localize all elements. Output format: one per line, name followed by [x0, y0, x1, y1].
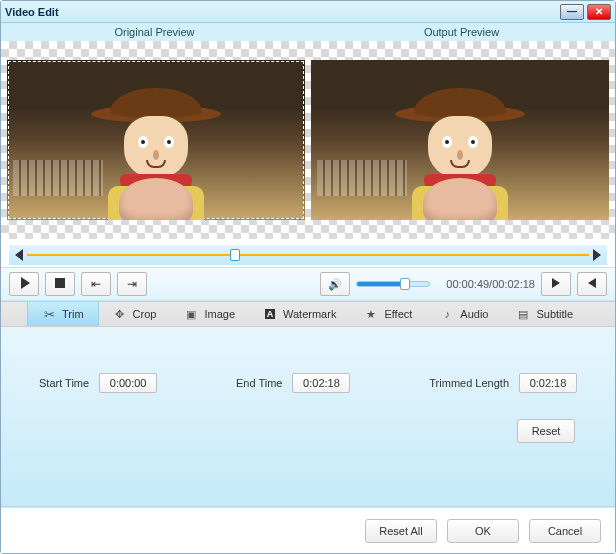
tab-subtitle[interactable]: Subtitle [502, 302, 587, 326]
trim-end-handle[interactable] [593, 249, 601, 261]
stop-button[interactable] [45, 272, 75, 296]
crop-icon [113, 307, 127, 321]
play-button[interactable] [9, 272, 39, 296]
trimmed-length-input[interactable] [519, 373, 577, 393]
ok-button[interactable]: OK [447, 519, 519, 543]
volume-slider[interactable] [356, 281, 430, 287]
scissors-icon [42, 307, 56, 321]
reset-all-button[interactable]: Reset All [365, 519, 437, 543]
play-icon [19, 277, 30, 292]
tab-effect-label: Effect [384, 308, 412, 320]
titlebar: Video Edit — ✕ [1, 1, 615, 23]
close-button[interactable]: ✕ [587, 4, 611, 20]
tab-crop[interactable]: Crop [99, 302, 171, 326]
end-time-field: End Time [236, 373, 350, 393]
output-preview[interactable] [311, 45, 609, 235]
tab-effect[interactable]: Effect [350, 302, 426, 326]
trim-fields: Start Time End Time Trimmed Length [39, 373, 577, 393]
output-preview-frame [311, 60, 609, 220]
edit-tabs: Trim Crop Image Watermark Effect Audio S… [1, 301, 615, 327]
time-display: 00:00:49/00:02:18 [446, 278, 535, 290]
image-icon [184, 307, 198, 321]
volume-thumb[interactable] [400, 278, 410, 290]
star-icon [364, 307, 378, 321]
seek-end-icon [127, 277, 137, 291]
original-preview[interactable] [7, 45, 305, 235]
music-note-icon [440, 307, 454, 321]
tab-watermark-label: Watermark [283, 308, 336, 320]
minimize-button[interactable]: — [560, 4, 584, 20]
tab-audio[interactable]: Audio [426, 302, 502, 326]
dialog-footer: Reset All OK Cancel [1, 507, 615, 553]
trim-panel: Start Time End Time Trimmed Length Reset [1, 327, 615, 507]
timeline[interactable] [9, 245, 607, 265]
trimmed-length-label: Trimmed Length [429, 377, 509, 389]
subtitle-icon [516, 307, 530, 321]
tab-subtitle-label: Subtitle [536, 308, 573, 320]
start-time-field: Start Time [39, 373, 157, 393]
flip-h-icon [552, 277, 560, 291]
playback-controls: 00:00:49/00:02:18 [1, 267, 615, 301]
flip-horizontal-button[interactable] [541, 272, 571, 296]
timeline-track [27, 254, 589, 256]
volume-icon [328, 277, 342, 291]
stop-icon [55, 277, 65, 291]
output-preview-label: Output Preview [308, 23, 615, 41]
tab-audio-label: Audio [460, 308, 488, 320]
preview-area [1, 41, 615, 239]
tab-crop-label: Crop [133, 308, 157, 320]
end-time-input[interactable] [292, 373, 350, 393]
watermark-icon [263, 307, 277, 321]
volume-control [320, 272, 430, 296]
start-time-input[interactable] [99, 373, 157, 393]
flip-vertical-button[interactable] [577, 272, 607, 296]
playhead[interactable] [230, 249, 240, 261]
original-preview-frame [7, 60, 305, 220]
tab-image-label: Image [204, 308, 235, 320]
trimmed-length-field: Trimmed Length [429, 373, 577, 393]
video-edit-window: Video Edit — ✕ Original Preview Output P… [0, 0, 616, 554]
tab-trim-label: Trim [62, 308, 84, 320]
tab-watermark[interactable]: Watermark [249, 302, 350, 326]
preview-headers: Original Preview Output Preview [1, 23, 615, 41]
seek-start-icon [91, 277, 101, 291]
original-preview-label: Original Preview [1, 23, 308, 41]
set-end-button[interactable] [117, 272, 147, 296]
tab-trim[interactable]: Trim [27, 302, 99, 326]
end-time-label: End Time [236, 377, 282, 389]
mute-button[interactable] [320, 272, 350, 296]
cancel-button[interactable]: Cancel [529, 519, 601, 543]
trim-start-handle[interactable] [15, 249, 23, 261]
set-start-button[interactable] [81, 272, 111, 296]
flip-v-icon [588, 277, 596, 291]
reset-button[interactable]: Reset [517, 419, 575, 443]
window-title: Video Edit [5, 6, 59, 18]
tab-image[interactable]: Image [170, 302, 249, 326]
start-time-label: Start Time [39, 377, 89, 389]
